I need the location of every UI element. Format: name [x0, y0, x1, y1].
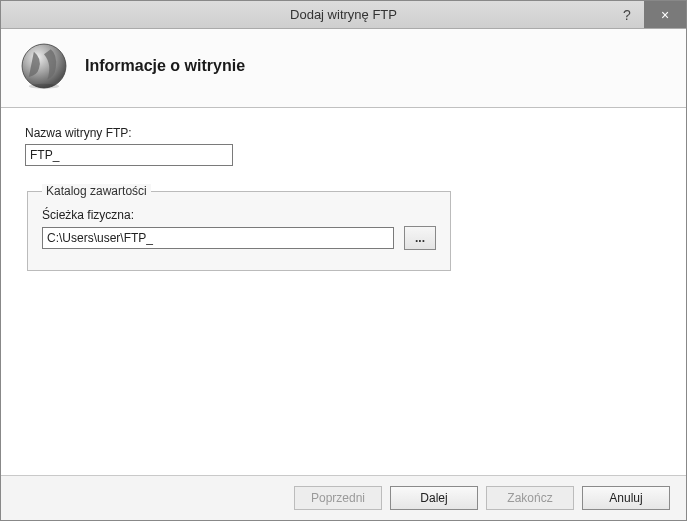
browse-button[interactable]: ... [404, 226, 436, 250]
fieldset-legend: Katalog zawartości [42, 184, 151, 198]
svg-point-0 [22, 44, 66, 88]
path-row: ... [42, 226, 436, 250]
physical-path-input[interactable] [42, 227, 394, 249]
finish-button: Zakończ [486, 486, 574, 510]
window-title: Dodaj witrynę FTP [290, 7, 397, 22]
globe-icon [17, 39, 71, 93]
site-name-label: Nazwa witryny FTP: [25, 126, 662, 140]
content-directory-fieldset: Katalog zawartości Ścieżka fizyczna: ... [27, 184, 451, 271]
close-icon: × [661, 7, 669, 23]
site-name-input[interactable] [25, 144, 233, 166]
close-button[interactable]: × [644, 1, 686, 28]
dialog-window: Dodaj witrynę FTP ? × Informacje [0, 0, 687, 521]
titlebar: Dodaj witrynę FTP ? × [1, 1, 686, 29]
previous-button: Poprzedni [294, 486, 382, 510]
physical-path-label: Ścieżka fizyczna: [42, 208, 436, 222]
wizard-footer: Poprzedni Dalej Zakończ Anuluj [1, 475, 686, 520]
next-button[interactable]: Dalej [390, 486, 478, 510]
svg-point-1 [29, 84, 59, 89]
help-icon: ? [623, 7, 631, 23]
wizard-body: Nazwa witryny FTP: Katalog zawartości Śc… [1, 108, 686, 475]
titlebar-controls: ? × [610, 1, 686, 28]
cancel-button[interactable]: Anuluj [582, 486, 670, 510]
wizard-header: Informacje o witrynie [1, 29, 686, 108]
help-button[interactable]: ? [610, 1, 644, 28]
page-title: Informacje o witrynie [85, 57, 245, 75]
